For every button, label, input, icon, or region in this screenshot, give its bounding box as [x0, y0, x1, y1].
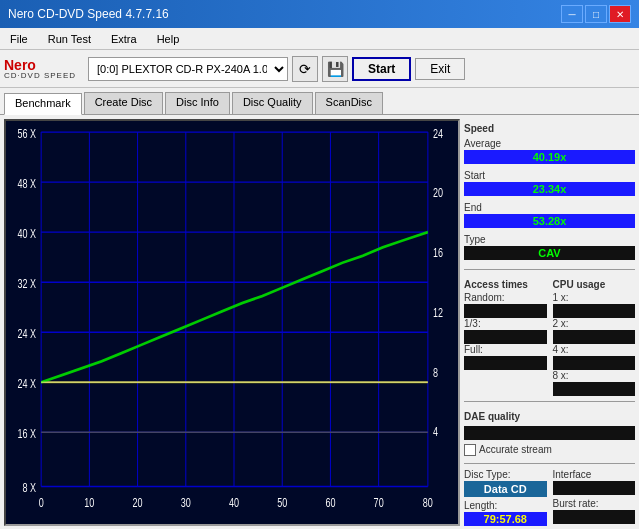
access-random-value — [464, 304, 547, 318]
speed-start-label: Start — [464, 170, 635, 181]
close-button[interactable]: ✕ — [609, 5, 631, 23]
speed-type-block: Type CAV — [464, 234, 635, 264]
svg-text:40: 40 — [229, 496, 239, 510]
nero-logo: Nero CD·DVD SPEED — [4, 58, 76, 80]
svg-text:16 X: 16 X — [18, 426, 37, 440]
svg-text:24 X: 24 X — [18, 376, 37, 390]
cpu-2x-label: 2 x: — [553, 318, 636, 329]
svg-text:30: 30 — [181, 496, 191, 510]
svg-text:8 X: 8 X — [23, 481, 37, 495]
svg-text:16: 16 — [433, 246, 443, 260]
refresh-icon-button[interactable]: ⟳ — [292, 56, 318, 82]
main-content: 56 X 48 X 40 X 32 X 24 X 24 X 16 X 8 X 2… — [0, 115, 639, 529]
title-bar: Nero CD-DVD Speed 4.7.7.16 ─ □ ✕ — [0, 0, 639, 28]
chart-svg: 56 X 48 X 40 X 32 X 24 X 24 X 16 X 8 X 2… — [6, 121, 458, 524]
svg-text:20: 20 — [133, 496, 143, 510]
dae-quality-value — [464, 426, 635, 440]
nero-sub: CD·DVD SPEED — [4, 72, 76, 80]
cpu-1x-label: 1 x: — [553, 292, 636, 303]
accurate-stream-row: Accurate stream — [464, 444, 635, 456]
two-col-section: Access times Random: 1/3: Full: CPU usag… — [464, 275, 635, 396]
length-label: Length: — [464, 500, 547, 511]
interface-value — [553, 481, 636, 495]
menu-run-test[interactable]: Run Test — [42, 31, 97, 47]
svg-text:24: 24 — [433, 126, 443, 140]
burst-rate-label: Burst rate: — [553, 498, 636, 509]
save-icon-button[interactable]: 💾 — [322, 56, 348, 82]
speed-end-value: 53.28x — [464, 214, 635, 228]
start-button[interactable]: Start — [352, 57, 411, 81]
cpu-usage-col: CPU usage 1 x: 2 x: 4 x: 8 x: — [553, 275, 636, 396]
disc-type-title: Disc Type: — [464, 469, 547, 480]
svg-text:70: 70 — [374, 496, 384, 510]
right-panel: Speed Average 40.19x Start 23.34x End 53… — [464, 115, 639, 529]
svg-text:80: 80 — [423, 496, 433, 510]
maximize-button[interactable]: □ — [585, 5, 607, 23]
toolbar: Nero CD·DVD SPEED [0:0] PLEXTOR CD-R PX-… — [0, 50, 639, 88]
separator-1 — [464, 269, 635, 270]
tab-create-disc[interactable]: Create Disc — [84, 92, 163, 114]
cpu-4x-label: 4 x: — [553, 344, 636, 355]
svg-text:32 X: 32 X — [18, 276, 37, 290]
svg-text:20: 20 — [433, 186, 443, 200]
speed-end-block: End 53.28x — [464, 202, 635, 232]
svg-text:10: 10 — [84, 496, 94, 510]
cpu-8x-value — [553, 382, 636, 396]
speed-start-value: 23.34x — [464, 182, 635, 196]
access-onethird-label: 1/3: — [464, 318, 547, 329]
menu-file[interactable]: File — [4, 31, 34, 47]
cpu-2x-value — [553, 330, 636, 344]
svg-text:4: 4 — [433, 425, 438, 439]
drive-selector[interactable]: [0:0] PLEXTOR CD-R PX-240A 1.00 — [88, 57, 288, 81]
cpu-8x-label: 8 x: — [553, 370, 636, 381]
access-times-title: Access times — [464, 279, 547, 290]
tab-disc-quality[interactable]: Disc Quality — [232, 92, 313, 114]
burst-rate-value — [553, 510, 636, 524]
access-times-col: Access times Random: 1/3: Full: — [464, 275, 547, 396]
app-title: Nero CD-DVD Speed 4.7.7.16 — [8, 7, 169, 21]
tab-benchmark[interactable]: Benchmark — [4, 93, 82, 115]
dae-quality-title: DAE quality — [464, 411, 635, 422]
speed-type-value: CAV — [464, 246, 635, 260]
length-value: 79:57.68 — [464, 512, 547, 526]
disc-type-value: Data CD — [464, 481, 547, 497]
svg-text:50: 50 — [277, 496, 287, 510]
speed-average-block: Average 40.19x — [464, 138, 635, 168]
svg-text:0: 0 — [39, 496, 44, 510]
svg-text:60: 60 — [325, 496, 335, 510]
svg-text:8: 8 — [433, 365, 438, 379]
interface-col: Interface Burst rate: — [553, 469, 636, 526]
cpu-usage-title: CPU usage — [553, 279, 636, 290]
menu-bar: File Run Test Extra Help — [0, 28, 639, 50]
access-full-label: Full: — [464, 344, 547, 355]
separator-2 — [464, 401, 635, 402]
cpu-1x-value — [553, 304, 636, 318]
disc-interface-col: Disc Type: Data CD Length: 79:57.68 Inte… — [464, 469, 635, 526]
speed-section-title: Speed — [464, 123, 635, 134]
interface-label: Interface — [553, 469, 636, 480]
svg-text:48 X: 48 X — [18, 176, 37, 190]
minimize-button[interactable]: ─ — [561, 5, 583, 23]
speed-start-block: Start 23.34x — [464, 170, 635, 200]
menu-help[interactable]: Help — [151, 31, 186, 47]
menu-extra[interactable]: Extra — [105, 31, 143, 47]
cpu-4x-value — [553, 356, 636, 370]
speed-average-label: Average — [464, 138, 635, 149]
title-bar-buttons: ─ □ ✕ — [561, 5, 631, 23]
exit-button[interactable]: Exit — [415, 58, 465, 80]
accurate-stream-checkbox[interactable] — [464, 444, 476, 456]
access-onethird-value — [464, 330, 547, 344]
svg-text:12: 12 — [433, 305, 443, 319]
svg-text:24 X: 24 X — [18, 326, 37, 340]
tab-disc-info[interactable]: Disc Info — [165, 92, 230, 114]
nero-text: Nero — [4, 58, 76, 72]
disc-type-col: Disc Type: Data CD Length: 79:57.68 — [464, 469, 547, 526]
separator-3 — [464, 463, 635, 464]
access-random-label: Random: — [464, 292, 547, 303]
speed-type-label: Type — [464, 234, 635, 245]
access-full-value — [464, 356, 547, 370]
tab-bar: Benchmark Create Disc Disc Info Disc Qua… — [0, 88, 639, 115]
tab-scan-disc[interactable]: ScanDisc — [315, 92, 383, 114]
speed-average-value: 40.19x — [464, 150, 635, 164]
chart-container: 56 X 48 X 40 X 32 X 24 X 24 X 16 X 8 X 2… — [4, 119, 460, 526]
